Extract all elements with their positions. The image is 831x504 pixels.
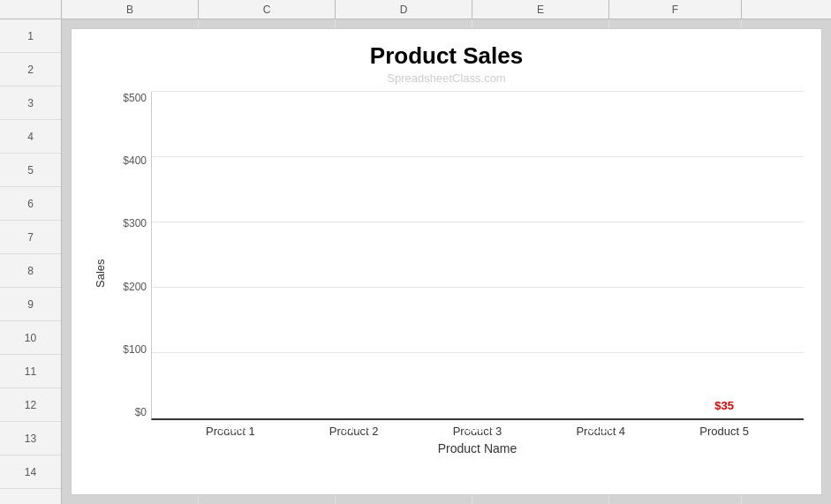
chart-plot-area: $0 $100 $200 $300 $400 $500 — [107, 92, 804, 455]
row-num-9: 9 — [0, 288, 61, 321]
y-tick-500: $500 — [107, 92, 151, 104]
row-numbers: 1 2 3 4 5 6 7 8 9 10 11 12 13 14 — [0, 0, 62, 504]
row-num-14: 14 — [0, 455, 61, 489]
x-axis-title: Product Name — [107, 441, 804, 455]
grid-area: B C D E F Product Sales SpreadsheetClass… — [62, 0, 831, 504]
row-num-8: 8 — [0, 254, 61, 288]
bar-label-3: $485 — [447, 422, 509, 435]
row-num-13: 13 — [0, 422, 61, 455]
bars-area: $300 $175 — [151, 92, 804, 420]
bar-label-5: $35 — [693, 399, 755, 412]
chart-watermark: SpreadsheetClass.com — [89, 71, 804, 85]
bar-label-2: $175 — [323, 422, 385, 435]
bars-and-yaxis: $0 $100 $200 $300 $400 $500 — [107, 92, 804, 420]
row-num-4: 4 — [0, 120, 61, 154]
bar-label-4: $110 — [570, 422, 632, 435]
col-header-b: B — [62, 0, 199, 19]
row-num-6: 6 — [0, 187, 61, 221]
y-axis-label: Sales — [89, 92, 107, 455]
y-tick-300: $300 — [107, 217, 151, 229]
col-headers: B C D E F — [62, 0, 831, 19]
y-axis-ticks: $0 $100 $200 $300 $400 $500 — [107, 92, 151, 420]
col-header-d: D — [336, 0, 472, 19]
row-num-10: 10 — [0, 321, 61, 355]
row-num-7: 7 — [0, 221, 61, 254]
col-header-e: E — [472, 0, 609, 19]
row-num-3: 3 — [0, 87, 61, 120]
y-tick-200: $200 — [107, 281, 151, 293]
y-tick-0: $0 — [107, 406, 151, 418]
chart-body: Sales $0 $100 $200 $300 $400 $500 — [89, 92, 804, 455]
row-num-1: 1 — [0, 19, 61, 53]
col-header-c: C — [199, 0, 336, 19]
row-num-11: 11 — [0, 355, 61, 388]
y-tick-400: $400 — [107, 154, 151, 167]
row-num-5: 5 — [0, 154, 61, 187]
row-num-2: 2 — [0, 53, 61, 87]
x-label-5: Product 5 — [693, 425, 755, 438]
y-tick-100: $100 — [107, 343, 151, 356]
chart-title: Product Sales — [89, 42, 804, 70]
spreadsheet-wrapper: 1 2 3 4 5 6 7 8 9 10 11 12 13 14 B C D E… — [0, 0, 831, 504]
chart-container: Product Sales SpreadsheetClass.com Sales… — [71, 28, 822, 495]
corner-cell — [0, 0, 61, 19]
bars-group: $300 $175 — [152, 92, 804, 418]
row-num-12: 12 — [0, 388, 61, 422]
grid-rows: Product Sales SpreadsheetClass.com Sales… — [62, 19, 831, 504]
col-header-f: F — [609, 0, 742, 19]
bar-label-1: $300 — [200, 422, 262, 435]
